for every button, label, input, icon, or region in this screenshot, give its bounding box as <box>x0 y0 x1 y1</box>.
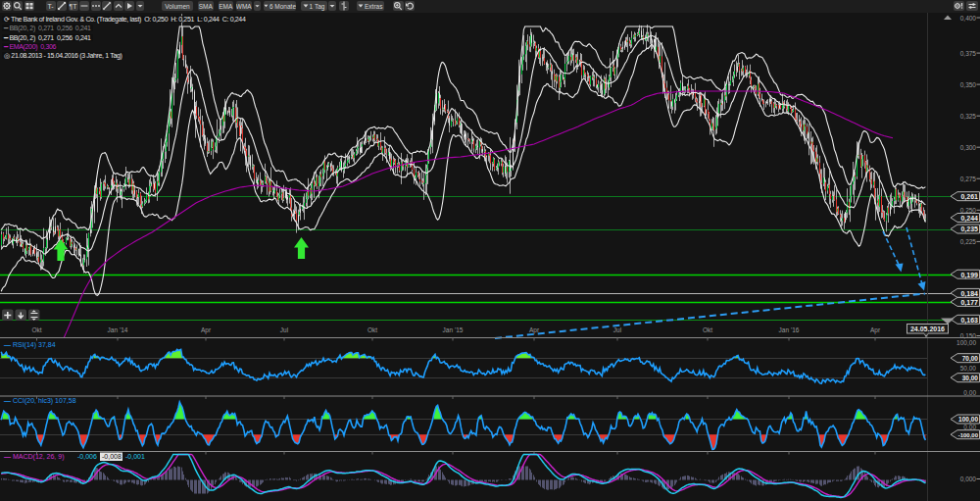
svg-text:-0,001: -0,001 <box>125 453 145 460</box>
svg-text:0,163: 0,163 <box>960 317 978 325</box>
svg-text:0,199: 0,199 <box>960 272 978 279</box>
svg-text:100,00: 100,00 <box>958 416 978 424</box>
svg-text:0,275: 0,275 <box>960 175 977 182</box>
svg-text:Jan '14: Jan '14 <box>108 326 128 333</box>
svg-text:Okt: Okt <box>368 326 377 333</box>
svg-text:-0,006: -0,006 <box>77 453 97 460</box>
svg-text:0,350: 0,350 <box>960 81 977 88</box>
svg-text:100,00: 100,00 <box>956 339 976 346</box>
svg-text:— MACD(12, 26, 9): — MACD(12, 26, 9) <box>4 453 64 461</box>
svg-text:30,00: 30,00 <box>962 375 979 382</box>
svg-text:Apr: Apr <box>529 326 540 334</box>
svg-text:Jan '16: Jan '16 <box>779 326 800 333</box>
svg-text:Apr: Apr <box>870 326 881 334</box>
svg-text:— RSI(14) 37,84: — RSI(14) 37,84 <box>4 341 56 349</box>
svg-text:0,300: 0,300 <box>960 144 977 151</box>
svg-text:0,400: 0,400 <box>960 15 977 22</box>
svg-text:0,375: 0,375 <box>960 50 977 57</box>
svg-text:50,00: 50,00 <box>960 365 977 372</box>
svg-text:0,177: 0,177 <box>960 299 978 307</box>
svg-text:— CCI(20, hlc3) 107,58: — CCI(20, hlc3) 107,58 <box>4 397 76 405</box>
svg-text:0,184: 0,184 <box>960 290 978 298</box>
svg-text:0,00: 0,00 <box>963 389 976 396</box>
svg-text:24.05.2016: 24.05.2016 <box>910 326 945 332</box>
svg-text:70,00: 70,00 <box>962 355 979 363</box>
svg-text:Jul: Jul <box>613 326 622 333</box>
svg-text:Jan '15: Jan '15 <box>443 326 464 333</box>
svg-text:Jul: Jul <box>280 326 289 333</box>
svg-text:Okt: Okt <box>31 326 41 333</box>
svg-text:Apr: Apr <box>201 326 212 334</box>
svg-text:-100,00: -100,00 <box>958 432 979 438</box>
svg-text:0,000: 0,000 <box>960 476 977 482</box>
svg-text:0,225: 0,225 <box>960 238 977 245</box>
svg-text:0,235: 0,235 <box>960 225 978 233</box>
svg-text:0,00: 0,00 <box>963 424 976 430</box>
svg-text:0,250: 0,250 <box>960 207 977 214</box>
svg-text:0,325: 0,325 <box>960 113 977 120</box>
svg-text:-0,008: -0,008 <box>102 453 122 460</box>
svg-text:0,261: 0,261 <box>960 193 978 201</box>
svg-text:0,244: 0,244 <box>960 215 978 223</box>
svg-text:Okt: Okt <box>703 326 712 333</box>
